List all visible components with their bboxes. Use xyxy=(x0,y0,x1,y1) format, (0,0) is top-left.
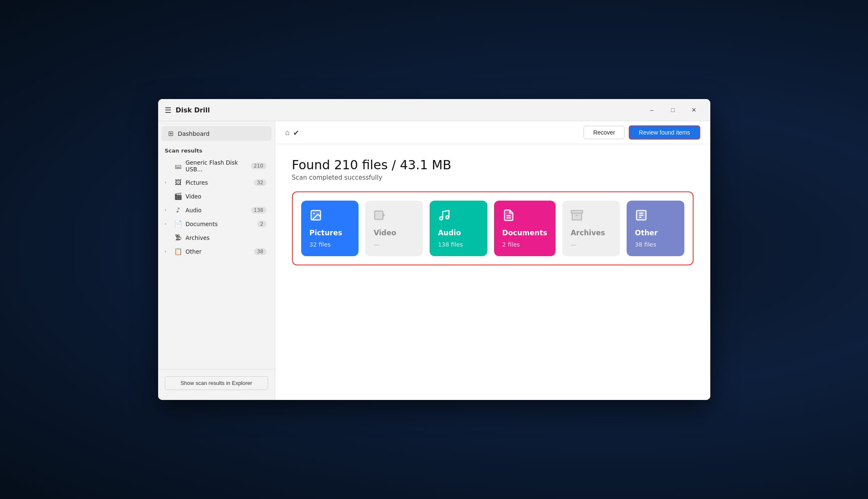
sidebar-footer: Show scan results in Explorer xyxy=(158,369,275,397)
home-button[interactable]: ⌂ xyxy=(285,128,290,137)
review-found-items-button[interactable]: Review found items xyxy=(629,125,700,140)
document-icon: 📄 xyxy=(174,220,182,228)
top-bar-right: Recover Review found items xyxy=(584,125,700,140)
window-controls: – □ ✕ xyxy=(643,103,704,117)
audio-card-count: 138 files xyxy=(438,241,463,248)
documents-card-label: Documents xyxy=(502,229,548,237)
hamburger-icon[interactable]: ☰ xyxy=(165,106,172,115)
other-card-label: Other xyxy=(635,229,658,237)
window-body: ⊞ Dashboard Scan results 🖴 Generic Flash… xyxy=(158,121,710,400)
sidebar-item-dashboard[interactable]: ⊞ Dashboard xyxy=(161,126,271,141)
home-icon: ⌂ xyxy=(285,128,290,137)
svg-point-4 xyxy=(440,217,443,220)
sidebar-item-count: 32 xyxy=(254,179,266,186)
svg-rect-8 xyxy=(571,211,583,213)
video-card-icon xyxy=(374,209,386,224)
other-card-icon xyxy=(635,209,648,224)
chevron-right-icon: › xyxy=(165,180,171,185)
category-card-pictures[interactable]: Pictures 32 files xyxy=(301,201,359,256)
app-title: Disk Drill xyxy=(176,106,210,114)
sidebar-item-label: Pictures xyxy=(186,179,251,186)
sidebar-item-pictures[interactable]: › 🖼 Pictures 32 xyxy=(160,176,273,189)
category-cards-container: Pictures 32 files Video — xyxy=(292,191,694,265)
sidebar-item-count: 210 xyxy=(251,163,266,169)
found-title: Found 210 files / 43.1 MB xyxy=(292,158,694,172)
chevron-right-icon: › xyxy=(165,249,171,254)
sidebar-item-other[interactable]: › 📋 Other 38 xyxy=(160,245,273,258)
svg-rect-2 xyxy=(375,211,383,219)
sidebar-item-label: Generic Flash Disk USB... xyxy=(186,159,248,173)
pictures-card-label: Pictures xyxy=(310,229,343,237)
scan-status: Scan completed successfully xyxy=(292,174,694,181)
documents-card-icon xyxy=(502,209,515,224)
sidebar-item-count: 2 xyxy=(257,221,266,227)
close-button[interactable]: ✕ xyxy=(684,103,704,117)
pictures-card-count: 32 files xyxy=(310,241,331,248)
category-card-video[interactable]: Video — xyxy=(365,201,423,256)
archives-card-icon xyxy=(571,209,583,224)
category-card-audio[interactable]: Audio 138 files xyxy=(430,201,487,256)
video-card-count: — xyxy=(374,241,379,248)
minimize-button[interactable]: – xyxy=(643,103,662,117)
image-icon: 🖼 xyxy=(174,178,182,186)
grid-icon: ⊞ xyxy=(168,130,174,137)
top-bar: ⌂ ✔ Recover Review found items xyxy=(275,121,710,144)
sidebar-item-archives[interactable]: 🗜 Archives xyxy=(160,231,273,244)
scan-results-heading: Scan results xyxy=(158,143,275,156)
svg-point-1 xyxy=(313,213,315,214)
title-bar-left: ☰ Disk Drill xyxy=(165,106,210,115)
content-area: Found 210 files / 43.1 MB Scan completed… xyxy=(275,144,710,400)
sidebar-item-count: 38 xyxy=(254,248,266,255)
sidebar-item-count: 138 xyxy=(251,207,266,214)
other-card-count: 38 files xyxy=(635,241,656,248)
archives-card-label: Archives xyxy=(571,229,605,237)
sidebar-item-label: Audio xyxy=(186,207,248,214)
chevron-right-icon: › xyxy=(165,221,171,226)
sidebar-item-label: Documents xyxy=(186,221,254,227)
category-card-documents[interactable]: Documents 2 files xyxy=(494,201,556,256)
sidebar-item-video[interactable]: 🎬 Video xyxy=(160,190,273,203)
sidebar-item-generic-flash[interactable]: 🖴 Generic Flash Disk USB... 210 xyxy=(160,157,273,175)
video-card-label: Video xyxy=(374,229,396,237)
sidebar-item-documents[interactable]: › 📄 Documents 2 xyxy=(160,217,273,230)
sidebar-dashboard-label: Dashboard xyxy=(178,130,210,137)
category-card-other[interactable]: Other 38 files xyxy=(627,201,684,256)
recover-button[interactable]: Recover xyxy=(584,126,625,139)
maximize-button[interactable]: □ xyxy=(663,103,683,117)
archive-icon: 🗜 xyxy=(174,234,182,242)
category-card-archives[interactable]: Archives — xyxy=(562,201,620,256)
archives-card-count: — xyxy=(571,241,576,248)
sidebar-item-audio[interactable]: › ♪ Audio 138 xyxy=(160,204,273,216)
video-icon: 🎬 xyxy=(174,192,182,200)
show-scan-results-button[interactable]: Show scan results in Explorer xyxy=(165,376,268,390)
sidebar-item-label: Video xyxy=(186,193,266,200)
top-bar-left: ⌂ ✔ xyxy=(285,128,581,137)
checkmark-icon: ✔ xyxy=(293,128,299,137)
app-window: ☰ Disk Drill – □ ✕ ⊞ Dashboard Scan resu… xyxy=(158,99,710,400)
sidebar-item-label: Other xyxy=(186,248,251,255)
audio-card-label: Audio xyxy=(438,229,461,237)
sidebar-item-label: Archives xyxy=(186,234,266,241)
chevron-right-icon: › xyxy=(165,208,171,212)
title-bar: ☰ Disk Drill – □ ✕ xyxy=(158,99,710,121)
other-icon: 📋 xyxy=(174,247,182,255)
pictures-card-icon xyxy=(310,209,322,224)
audio-card-icon xyxy=(438,209,451,224)
drive-icon: 🖴 xyxy=(174,162,182,170)
sidebar: ⊞ Dashboard Scan results 🖴 Generic Flash… xyxy=(158,121,275,400)
main-content: ⌂ ✔ Recover Review found items Found 210… xyxy=(275,121,710,400)
svg-point-5 xyxy=(446,216,449,219)
music-icon: ♪ xyxy=(174,206,182,214)
documents-card-count: 2 files xyxy=(502,241,520,248)
svg-marker-3 xyxy=(382,213,385,218)
